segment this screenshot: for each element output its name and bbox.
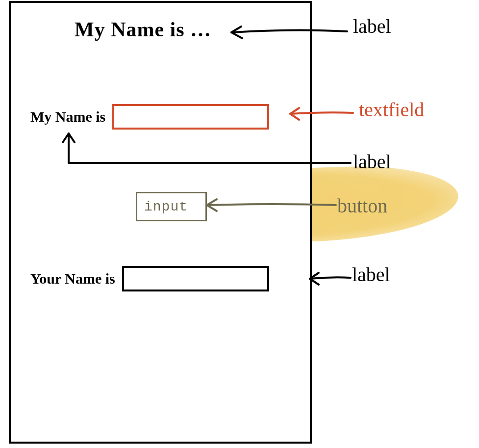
annotation-button: button xyxy=(337,194,387,217)
my-name-label: My Name is xyxy=(30,108,105,125)
annotation-textfield: textfield xyxy=(359,98,424,121)
your-name-label: Your Name is xyxy=(30,270,115,287)
arrow-to-myname-label xyxy=(54,128,353,172)
arrow-to-heading xyxy=(226,24,348,43)
arrow-to-textfield xyxy=(284,105,358,125)
my-name-row: My Name is xyxy=(30,104,269,130)
my-name-input[interactable] xyxy=(112,104,269,130)
annotation-label-output: label xyxy=(352,263,390,286)
submit-button[interactable]: input xyxy=(136,192,207,221)
app-frame: My Name is … My Name is input Your Name … xyxy=(9,1,312,444)
your-name-output xyxy=(122,266,269,291)
annotation-label-heading: label xyxy=(353,15,391,38)
arrow-to-button xyxy=(201,196,338,216)
annotation-label-field: label xyxy=(353,150,391,173)
heading-label: My Name is … xyxy=(75,18,211,41)
arrow-to-yourname-label xyxy=(304,270,353,290)
your-name-row: Your Name is xyxy=(30,266,269,291)
